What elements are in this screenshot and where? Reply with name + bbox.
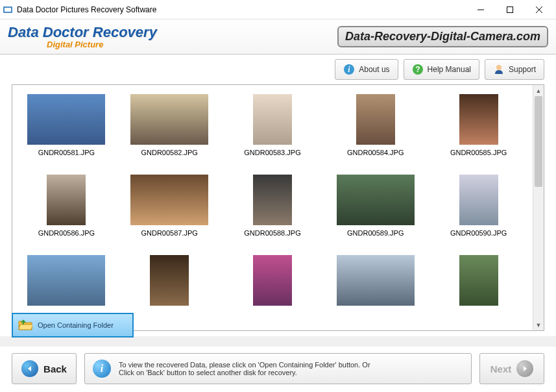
svg-rect-3 [507, 6, 513, 12]
file-name: GNDR00583.JPG [244, 149, 300, 156]
file-item[interactable]: GNDR00589.JPG [326, 175, 424, 249]
header: Data Doctor Recovery Digital Picture Dat… [0, 19, 556, 55]
about-label: About us [359, 65, 389, 74]
thumbnail-image [459, 175, 498, 225]
next-label: Next [490, 363, 512, 374]
thumbnail-image [459, 94, 498, 145]
about-button[interactable]: i About us [335, 59, 398, 80]
scrollbar[interactable]: ▲ ▼ [533, 85, 544, 330]
brand-title: Data Doctor Recovery [8, 24, 337, 41]
window-title: Data Doctor Pictures Recovery Software [17, 5, 466, 14]
file-item[interactable]: GNDR00582.JPG [121, 94, 219, 168]
open-folder-label: Open Containing Folder [38, 321, 114, 329]
info-line-2: Click on 'Back' button to select another… [119, 369, 370, 376]
brand: Data Doctor Recovery Digital Picture [8, 24, 337, 49]
info-text: To view the recovered Data, please click… [119, 361, 370, 376]
file-item[interactable] [429, 255, 527, 321]
file-name: GNDR00589.JPG [347, 229, 404, 237]
file-item[interactable] [18, 255, 115, 321]
thumbnail-grid: GNDR00581.JPG GNDR00582.JPG GNDR00583.JP… [12, 85, 533, 330]
file-item[interactable] [224, 255, 322, 321]
help-button[interactable]: ? Help Manual [404, 59, 479, 80]
back-label: Back [43, 363, 67, 374]
scroll-up-icon[interactable]: ▲ [533, 85, 544, 96]
file-name: GNDR00582.JPG [141, 149, 197, 156]
file-item[interactable]: GNDR00585.JPG [429, 94, 527, 168]
close-button[interactable] [524, 1, 553, 19]
file-item[interactable]: GNDR00584.JPG [326, 94, 424, 168]
thumbnail-image [130, 94, 208, 145]
support-icon [493, 64, 505, 75]
info-line-1: To view the recovered Data, please click… [119, 361, 370, 369]
svg-rect-1 [5, 8, 11, 12]
file-name: GNDR00581.JPG [38, 149, 95, 156]
help-label: Help Manual [428, 65, 471, 74]
back-button[interactable]: Back [12, 353, 77, 384]
gallery-panel: GNDR00581.JPG GNDR00582.JPG GNDR00583.JP… [12, 84, 544, 331]
footer: Back i To view the recovered Data, pleas… [0, 347, 556, 392]
thumbnail-image [253, 175, 292, 225]
arrow-right-icon [516, 360, 533, 377]
support-button[interactable]: Support [485, 59, 544, 80]
thumbnail-image [253, 255, 292, 306]
file-item[interactable]: GNDR00588.JPG [224, 175, 322, 249]
toolbar: i About us ? Help Manual Support [0, 55, 556, 84]
thumbnail-image [130, 175, 208, 225]
info-panel: i To view the recovered Data, please cli… [84, 353, 472, 384]
file-name: GNDR00584.JPG [347, 149, 404, 156]
thumbnail-image [356, 94, 395, 145]
info-icon: i [93, 360, 111, 378]
file-item[interactable]: GNDR00587.JPG [121, 175, 219, 249]
thumbnail-image [27, 255, 105, 306]
maximize-button[interactable] [495, 1, 524, 19]
file-item[interactable]: GNDR00583.JPG [224, 94, 322, 168]
open-containing-folder-button[interactable]: Open Containing Folder [12, 313, 134, 337]
titlebar: Data Doctor Pictures Recovery Software [0, 0, 556, 19]
file-name: GNDR00587.JPG [141, 229, 197, 237]
thumbnail-image [253, 94, 292, 145]
svg-text:?: ? [415, 65, 420, 74]
content-area: GNDR00581.JPG GNDR00582.JPG GNDR00583.JP… [0, 84, 556, 336]
arrow-left-icon [21, 360, 38, 377]
thumbnail-image [337, 175, 415, 225]
file-item[interactable] [121, 255, 219, 321]
help-icon: ? [412, 64, 424, 75]
thumbnail-image [337, 255, 415, 306]
thumbnail-image [27, 94, 105, 145]
scroll-thumb[interactable] [535, 96, 542, 187]
thumbnail-image [459, 255, 498, 306]
folder-icon [18, 319, 32, 331]
file-name: GNDR00586.JPG [38, 229, 95, 237]
site-badge: Data-Recovery-Digital-Camera.com [337, 26, 548, 47]
brand-subtitle: Digital Picture [47, 40, 337, 49]
minimize-button[interactable] [466, 1, 495, 19]
svg-point-10 [496, 65, 502, 70]
file-item[interactable]: GNDR00581.JPG [18, 94, 115, 168]
file-name: GNDR00585.JPG [450, 149, 507, 156]
file-item[interactable] [326, 255, 424, 321]
info-icon: i [343, 64, 355, 75]
file-name: GNDR00588.JPG [244, 229, 300, 237]
file-name: GNDR00590.JPG [450, 229, 507, 237]
file-item[interactable]: GNDR00586.JPG [18, 175, 115, 249]
scroll-down-icon[interactable]: ▼ [533, 319, 544, 330]
support-label: Support [509, 65, 536, 74]
app-icon [3, 5, 13, 15]
thumbnail-image [47, 175, 86, 225]
thumbnail-image [150, 255, 189, 306]
next-button: Next [479, 353, 544, 384]
file-item[interactable]: GNDR00590.JPG [429, 175, 527, 249]
